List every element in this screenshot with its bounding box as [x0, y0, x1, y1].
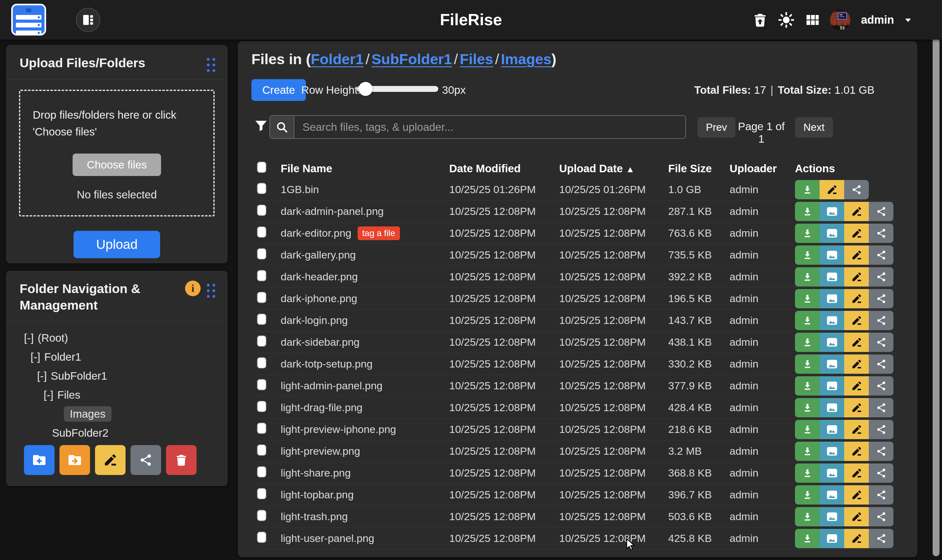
row-checkbox[interactable] [257, 292, 266, 303]
row-checkbox[interactable] [257, 226, 266, 238]
rename-button[interactable] [844, 376, 869, 395]
preview-button[interactable] [820, 463, 844, 483]
breadcrumb-link-folder1[interactable]: Folder1 [311, 51, 364, 67]
info-icon[interactable]: i [185, 281, 201, 296]
preview-button[interactable] [820, 398, 844, 417]
select-all-checkbox[interactable] [257, 162, 266, 173]
share-button[interactable] [844, 180, 869, 199]
tree-collapse-toggle[interactable]: [-] [24, 332, 34, 344]
preview-button[interactable] [820, 442, 844, 461]
download-button[interactable] [795, 245, 820, 265]
row-checkbox[interactable] [257, 248, 266, 260]
preview-button[interactable] [820, 420, 844, 439]
column-header-file-name[interactable]: File Name [281, 162, 449, 175]
rename-button[interactable] [844, 398, 869, 417]
folder-tree-label[interactable]: Folder1 [44, 351, 81, 363]
row-checkbox[interactable] [257, 379, 266, 390]
download-button[interactable] [795, 267, 820, 286]
rename-button[interactable] [844, 463, 869, 483]
row-checkbox[interactable] [257, 510, 266, 521]
column-header-date-modified[interactable]: Date Modified [449, 162, 559, 175]
folder-tree-item[interactable]: SubFolder2 [24, 423, 227, 443]
share-button[interactable] [869, 529, 893, 548]
row-checkbox[interactable] [257, 445, 266, 456]
share-button[interactable] [869, 485, 893, 505]
folder-tree-label[interactable]: SubFolder2 [52, 427, 108, 439]
preview-button[interactable] [820, 202, 844, 221]
vertical-scrollbar[interactable] [933, 5, 939, 556]
share-button[interactable] [869, 245, 893, 265]
row-checkbox[interactable] [257, 401, 266, 412]
download-button[interactable] [795, 463, 820, 483]
rename-button[interactable] [844, 485, 869, 505]
download-button[interactable] [795, 442, 820, 461]
trash-restore-button[interactable] [751, 11, 769, 29]
create-folder-button[interactable] [24, 445, 54, 475]
user-menu-label[interactable]: admin [861, 13, 894, 26]
preview-button[interactable] [820, 224, 844, 243]
drag-handle-icon[interactable] [207, 284, 215, 298]
preview-button[interactable] [820, 529, 844, 548]
delete-folder-button[interactable] [166, 445, 197, 475]
row-checkbox[interactable] [257, 466, 266, 477]
next-page-button[interactable]: Next [795, 117, 833, 138]
preview-button[interactable] [820, 354, 844, 374]
share-button[interactable] [869, 398, 893, 417]
share-button[interactable] [869, 224, 893, 243]
rename-button[interactable] [844, 245, 869, 265]
row-checkbox[interactable] [257, 532, 266, 543]
column-header-uploader[interactable]: Uploader [730, 162, 795, 175]
breadcrumb-link-files[interactable]: Files [460, 51, 493, 67]
tree-collapse-toggle[interactable]: [-] [37, 370, 47, 382]
row-checkbox[interactable] [257, 183, 266, 194]
column-header-upload-date[interactable]: Upload Date▲ [559, 162, 668, 175]
tree-collapse-toggle[interactable]: [-] [31, 351, 40, 363]
folder-tree-label[interactable]: Images [64, 406, 111, 422]
share-button[interactable] [869, 376, 893, 395]
row-checkbox[interactable] [257, 270, 266, 281]
rename-button[interactable] [844, 332, 869, 352]
download-button[interactable] [795, 311, 820, 330]
rename-button[interactable] [844, 420, 869, 439]
row-checkbox[interactable] [257, 335, 266, 347]
row-checkbox[interactable] [257, 423, 266, 434]
preview-button[interactable] [820, 245, 844, 265]
column-header-file-size[interactable]: File Size [668, 162, 730, 175]
share-button[interactable] [869, 507, 893, 526]
download-button[interactable] [795, 420, 820, 439]
rename-button[interactable] [820, 180, 844, 199]
chevron-down-icon[interactable] [903, 15, 913, 25]
rename-folder-button[interactable] [95, 445, 126, 475]
download-button[interactable] [795, 224, 820, 243]
create-button[interactable]: Create [251, 79, 306, 101]
folder-tree-item[interactable]: Images [24, 405, 227, 423]
rename-button[interactable] [844, 224, 869, 243]
rename-button[interactable] [844, 267, 869, 286]
row-checkbox[interactable] [257, 488, 266, 499]
file-dropzone[interactable]: Drop files/folders here or click 'Choose… [19, 90, 215, 217]
folder-tree-label[interactable]: Files [57, 389, 80, 401]
preview-button[interactable] [820, 332, 844, 352]
choose-files-button[interactable]: Choose files [72, 154, 162, 176]
folder-tree-item[interactable]: [-] SubFolder1 [24, 366, 227, 386]
row-checkbox[interactable] [257, 357, 266, 368]
move-folder-button[interactable] [60, 445, 90, 475]
share-button[interactable] [869, 354, 893, 374]
drag-handle-icon[interactable] [207, 58, 215, 72]
search-icon-segment[interactable] [270, 116, 294, 138]
preview-button[interactable] [820, 311, 844, 330]
preview-button[interactable] [820, 267, 844, 286]
preview-button[interactable] [820, 289, 844, 308]
share-folder-button[interactable] [131, 445, 161, 475]
search-input[interactable] [294, 116, 685, 138]
download-button[interactable] [795, 376, 820, 395]
download-button[interactable] [795, 398, 820, 417]
row-checkbox[interactable] [257, 205, 266, 216]
share-button[interactable] [869, 420, 893, 439]
share-button[interactable] [869, 289, 893, 308]
download-button[interactable] [795, 485, 820, 505]
folder-tree-item[interactable]: [-] (Root) [24, 329, 227, 348]
share-button[interactable] [869, 442, 893, 461]
rename-button[interactable] [844, 311, 869, 330]
download-button[interactable] [795, 354, 820, 374]
